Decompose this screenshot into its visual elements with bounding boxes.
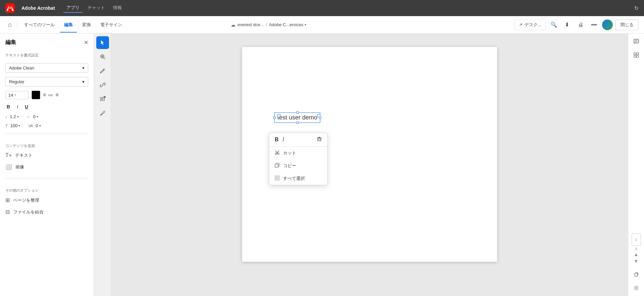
context-copy-item[interactable]: コピー	[269, 159, 327, 172]
home-button[interactable]: ⌂	[5, 20, 14, 30]
svg-rect-36	[637, 55, 639, 57]
nav-item-app[interactable]: アプリ	[63, 3, 83, 13]
va-value[interactable]: 0 ▾	[36, 123, 41, 128]
underline-button[interactable]: U	[23, 103, 30, 110]
grid-panel-button[interactable]	[631, 50, 642, 60]
select-tool-button[interactable]	[96, 36, 109, 49]
more-button[interactable]: •••	[589, 19, 599, 30]
context-italic-button[interactable]: I	[283, 137, 284, 143]
selected-text-content: test user demo	[277, 114, 317, 121]
adobe-logo-icon	[5, 3, 15, 13]
select-all-label: すべて選択	[283, 176, 305, 182]
toolbar-right-actions: ↗ デスク... 🔍 ⬇ 🖨 ••• 閉じる	[515, 19, 639, 30]
font-family-value: Adobe Clean	[9, 65, 34, 70]
merge-files-icon: ⊟	[5, 209, 10, 215]
title-nav: アプリ チャット 情報	[63, 3, 125, 13]
page-thumbnail[interactable]: 1	[632, 234, 641, 246]
edit-text-tool-button[interactable]	[96, 64, 109, 77]
handle-top-mid[interactable]	[296, 111, 299, 114]
other-options-label: その他のオプション	[5, 188, 88, 193]
select-all-icon	[275, 176, 280, 182]
nav-item-info[interactable]: 情報	[110, 3, 125, 13]
grid-icon	[633, 52, 639, 58]
scale-value[interactable]: 100 ▾	[10, 123, 20, 128]
download-button[interactable]: ⬇	[562, 19, 573, 30]
svg-line-5	[103, 69, 104, 70]
app-name: Adobe Acrobat	[21, 5, 55, 11]
scroll-up-arrow[interactable]: ▲	[634, 252, 639, 257]
handle-right-mid[interactable]	[319, 116, 321, 119]
title-right: ↻	[634, 5, 639, 11]
tool-column	[94, 34, 111, 296]
refresh-icon[interactable]: ↻	[634, 5, 639, 11]
add-text-button[interactable]: T+ テキスト	[5, 150, 88, 161]
context-cut-item[interactable]: カット	[269, 147, 327, 159]
search-button[interactable]: 🔍	[548, 19, 559, 30]
link-tool-button[interactable]	[96, 79, 109, 91]
font-size-chevron-icon: ▾	[14, 93, 16, 97]
redact-icon	[100, 110, 106, 116]
list-format-icons: ≡ ≔ ≡	[43, 92, 59, 98]
font-family-chevron-icon: ▾	[82, 65, 85, 70]
nav-item-chat[interactable]: チャット	[84, 3, 108, 13]
bullet-list-icon[interactable]: ≡	[43, 92, 46, 98]
page-number-thumb: 1	[635, 238, 637, 241]
font-color-picker[interactable]	[32, 91, 40, 99]
handle-left-mid[interactable]	[273, 116, 276, 119]
comment-panel-button[interactable]	[631, 36, 642, 47]
font-family-dropdown[interactable]: Adobe Clean ▾	[5, 63, 88, 73]
chevron-down-icon: ▾	[305, 23, 306, 27]
svg-line-22	[277, 151, 279, 153]
italic-button[interactable]: I	[15, 103, 19, 110]
zoom-tool-button[interactable]	[96, 50, 109, 63]
copy-icon-svg	[275, 163, 280, 168]
sidebar-close-button[interactable]: ✕	[84, 39, 88, 46]
font-style-value: Regular	[9, 79, 24, 84]
bold-button[interactable]: B	[5, 103, 11, 110]
context-delete-button[interactable]	[317, 136, 322, 143]
selected-text-box[interactable]: test user demo	[274, 112, 320, 123]
handle-bottom-mid[interactable]	[296, 121, 299, 124]
breadcrumb-doc-name[interactable]: Adobe C...ervices ▾	[269, 22, 307, 27]
export-icon: ↗	[519, 22, 523, 27]
tab-convert[interactable]: 変換	[78, 20, 95, 29]
sync-button[interactable]	[631, 269, 642, 280]
merge-files-button[interactable]: ⊟ ファイルを結合	[5, 206, 88, 218]
main-toolbar: ⌂ すべてのツール 編集 変換 電子サイン ☁ everest dce... /…	[0, 16, 644, 34]
select-cursor-icon	[100, 40, 106, 46]
scale-chevron-icon: ▾	[18, 124, 20, 128]
link-icon	[100, 82, 106, 88]
close-button[interactable]: 閉じる	[615, 19, 639, 30]
scroll-down-arrow[interactable]: ▼	[634, 258, 639, 264]
add-text-tool-button[interactable]	[96, 93, 109, 105]
add-image-button[interactable]: ⬜ 画像	[5, 161, 88, 173]
numbered-list-icon[interactable]: ≔	[48, 92, 53, 98]
redact-tool-button[interactable]	[96, 107, 109, 119]
context-select-all-item[interactable]: すべて選択	[269, 172, 327, 185]
context-bold-button[interactable]: B	[275, 137, 279, 143]
organize-pages-button[interactable]: ⊞ ページを整理	[5, 194, 88, 206]
font-style-dropdown[interactable]: Regular ▾	[5, 77, 88, 87]
settings-button[interactable]	[631, 283, 642, 293]
toolbar-separator	[17, 21, 17, 28]
svg-point-19	[278, 153, 279, 155]
svg-rect-28	[278, 176, 279, 178]
align-icon[interactable]: ≡	[55, 92, 58, 98]
context-menu-toolbar: B I	[269, 133, 327, 147]
trash-icon	[317, 136, 322, 142]
va-chevron-icon: ▾	[39, 124, 41, 128]
tab-all-tools[interactable]: すべてのツール	[20, 20, 59, 29]
font-size-input[interactable]: 14 ▾	[5, 91, 29, 99]
line-height-value[interactable]: 1.2 ▾	[10, 114, 19, 119]
add-image-icon: ⬜	[5, 164, 12, 170]
desktop-button[interactable]: ↗ デスク...	[515, 19, 546, 30]
font-style-chevron-icon: ▾	[82, 79, 85, 84]
print-button[interactable]: 🖨	[575, 19, 586, 30]
tab-edit[interactable]: 編集	[60, 20, 77, 29]
indent-value[interactable]: 0 ▾	[33, 114, 38, 119]
tab-sign[interactable]: 電子サイン	[96, 20, 126, 29]
breadcrumb-cloud-name[interactable]: everest dce...	[237, 22, 264, 27]
text-format-buttons: B I U	[5, 103, 88, 110]
copy-label: コピー	[283, 163, 296, 169]
user-avatar[interactable]	[602, 19, 613, 30]
